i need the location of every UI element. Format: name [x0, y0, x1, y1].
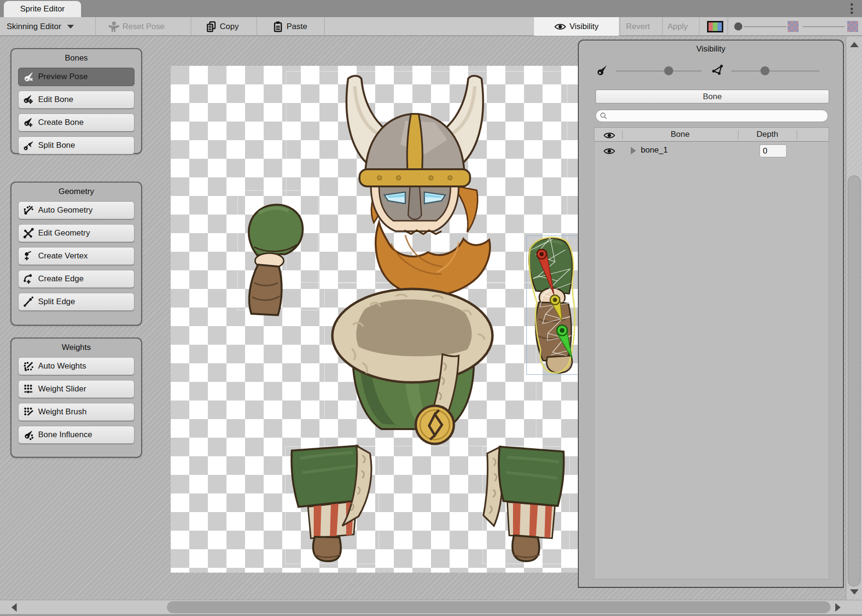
viking-right-leg-sprite[interactable] [482, 444, 571, 564]
kebab-menu-icon[interactable] [847, 2, 856, 15]
auto-geometry-icon [23, 205, 34, 216]
vertical-scrollbar-thumb[interactable] [848, 175, 861, 586]
window-bottom-edge [0, 614, 862, 616]
sprite-editor-window: Sprite Editor Skinning Editor Reset Pose… [0, 0, 862, 616]
bone-name-label: bone_1 [641, 145, 668, 155]
scroll-up-icon[interactable] [850, 42, 859, 47]
pose-person-icon [109, 21, 119, 32]
sprite-selection-rect [526, 236, 578, 375]
bones-panel: Bones Preview Pose Edit Bone [10, 48, 142, 154]
canvas-area[interactable]: Bones Preview Pose Edit Bone [0, 36, 862, 600]
paste-button[interactable]: Paste [273, 17, 307, 36]
texture-alpha-icon[interactable] [788, 21, 799, 32]
vertical-scrollbar[interactable] [846, 36, 862, 600]
bones-panel-title: Bones [11, 49, 141, 68]
table-header: Bone Depth [594, 127, 829, 142]
split-edge-icon [23, 297, 34, 307]
paste-icon [273, 21, 283, 32]
visibility-panel: Visibility Bone [578, 40, 844, 588]
viking-glove-sprite[interactable] [240, 202, 318, 318]
texture-alpha-end-icon[interactable] [847, 21, 858, 32]
skinning-editor-dropdown[interactable]: Skinning Editor [7, 17, 74, 36]
preview-pose-icon [23, 72, 34, 82]
auto-weights-button[interactable]: Auto Weights [18, 357, 134, 375]
scroll-left-icon[interactable] [11, 603, 17, 612]
edit-geometry-button[interactable]: Edit Geometry [18, 224, 134, 242]
reset-pose-button[interactable]: Reset Pose [109, 17, 164, 36]
create-vertex-icon [23, 251, 34, 261]
row-eye-icon[interactable] [603, 147, 616, 155]
toolbar: Skinning Editor Reset Pose Copy [0, 17, 862, 36]
mesh-opacity-slider[interactable] [731, 71, 820, 72]
weights-panel: Weights Auto Weights Weight Slider [10, 338, 142, 458]
geometry-panel-title: Geometry [11, 183, 141, 201]
copy-icon [206, 21, 216, 32]
geometry-panel: Geometry Auto Geometry Edit Geometry [10, 182, 142, 326]
weight-slider-button[interactable]: Weight Slider [18, 380, 134, 398]
sprite-sheet-texture[interactable] [171, 66, 578, 573]
viking-torso-sprite[interactable] [324, 282, 501, 446]
mesh-outline-icon [711, 64, 724, 77]
scroll-down-icon[interactable] [850, 589, 859, 595]
visibility-column-eye-icon[interactable] [603, 131, 616, 140]
bone-visibility-table: Bone Depth bone_1 [594, 127, 829, 579]
split-bone-icon [23, 140, 34, 151]
edit-bone-icon [23, 94, 34, 105]
copy-button[interactable]: Copy [206, 17, 239, 36]
split-bone-button[interactable]: Split Bone [18, 136, 134, 154]
edit-geometry-icon [23, 228, 34, 238]
revert-button[interactable]: Revert [626, 17, 650, 36]
bone-row[interactable]: bone_1 [595, 142, 829, 160]
create-bone-button[interactable]: Create Bone [18, 113, 134, 132]
bone-tab-button[interactable]: Bone [595, 90, 829, 103]
auto-weights-icon [23, 361, 34, 371]
depth-input[interactable] [759, 144, 787, 157]
search-icon [600, 112, 607, 120]
horizontal-scrollbar[interactable] [0, 600, 862, 614]
bone-column-header[interactable]: Bone [622, 130, 738, 139]
bone-filled-icon [596, 64, 608, 77]
apply-button[interactable]: Apply [667, 17, 688, 36]
edit-bone-button[interactable]: Edit Bone [18, 91, 134, 109]
tab-bar: Sprite Editor [0, 0, 862, 17]
depth-column-header[interactable]: Depth [738, 130, 797, 139]
sprite-color-overlay-icon[interactable] [707, 21, 723, 32]
expander-triangle-icon[interactable] [631, 147, 636, 154]
mesh-opacity-slider-handle[interactable] [760, 66, 770, 75]
visibility-toggle-button[interactable]: Visibility [534, 17, 619, 36]
bone-influence-icon [23, 430, 34, 440]
table-body: bone_1 [594, 142, 829, 579]
create-bone-icon [23, 117, 34, 128]
weight-slider-icon [23, 384, 34, 394]
bone-opacity-slider[interactable] [616, 71, 702, 72]
preview-pose-button[interactable]: Preview Pose [18, 68, 134, 86]
create-vertex-button[interactable]: Create Vertex [18, 247, 134, 265]
split-edge-button[interactable]: Split Edge [18, 293, 134, 311]
alpha-slider-handle[interactable] [734, 22, 742, 31]
chevron-down-icon [67, 25, 74, 29]
horizontal-scrollbar-thumb[interactable] [167, 601, 831, 613]
bone-influence-button[interactable]: Bone Influence [18, 426, 134, 444]
weights-panel-title: Weights [11, 339, 141, 357]
eye-icon [554, 22, 566, 31]
scroll-right-icon[interactable] [835, 603, 841, 612]
auto-geometry-button[interactable]: Auto Geometry [18, 201, 134, 219]
search-input[interactable] [595, 110, 828, 122]
create-edge-button[interactable]: Create Edge [18, 270, 134, 288]
tab-sprite-editor[interactable]: Sprite Editor [4, 1, 81, 17]
visibility-panel-title: Visibility [579, 44, 843, 54]
viking-left-leg-sprite[interactable] [286, 444, 381, 564]
create-edge-icon [23, 274, 34, 284]
weight-brush-icon [23, 407, 34, 417]
bone-opacity-slider-handle[interactable] [664, 66, 673, 75]
weight-brush-button[interactable]: Weight Brush [18, 403, 134, 421]
